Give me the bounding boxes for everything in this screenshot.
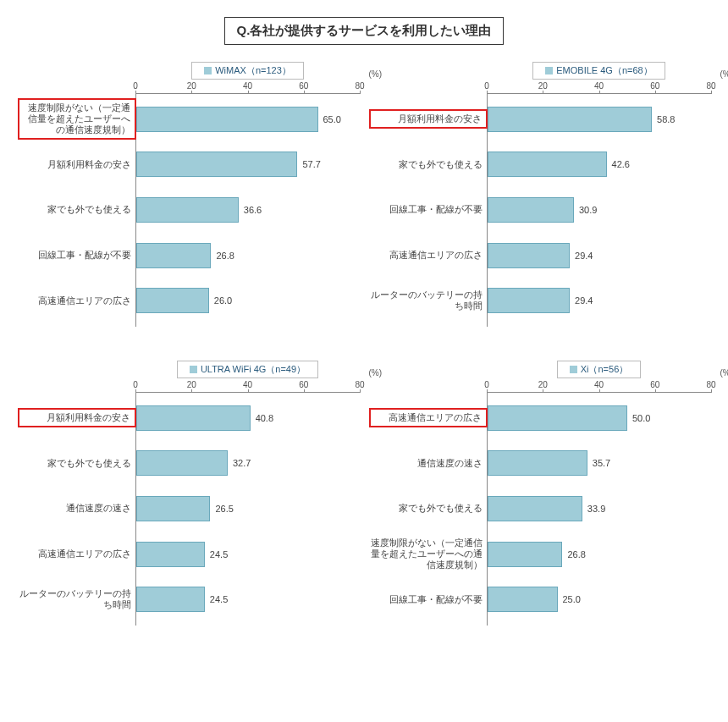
page-title: Q.各社が提供するサービスを利用したい理由 <box>224 17 505 45</box>
bars-container: 高速通信エリアの広さ50.0通信速度の速さ35.7家でも外でも使える33.9速度… <box>487 392 711 626</box>
x-tick-label: 20 <box>187 81 196 91</box>
bar-row: 家でも外でも使える42.6 <box>488 149 711 179</box>
x-tick-label: 80 <box>706 81 715 91</box>
bar <box>488 197 574 223</box>
legend-wrap: WiMAX（n=123） <box>135 62 360 80</box>
legend-swatch <box>545 67 553 74</box>
x-axis: 020406080 <box>487 380 711 393</box>
bar <box>488 288 570 313</box>
bar-value: 26.8 <box>216 251 234 261</box>
legend-swatch <box>204 67 212 74</box>
bar-label: ルーターのバッテリーの持ち時間 <box>369 289 488 311</box>
bar <box>488 496 582 521</box>
x-tick-label: 0 <box>133 380 138 389</box>
bar-row: 月額利用料金の安さ57.7 <box>136 149 360 179</box>
bar-row: ルーターのバッテリーの持ち時間29.4 <box>488 285 711 316</box>
bar-row: 高速通信エリアの広さ24.5 <box>136 539 360 570</box>
x-tick-label: 20 <box>538 380 548 389</box>
bars-container: 月額利用料金の安さ40.8家でも外でも使える32.7通信速度の速さ26.5高速通… <box>135 392 360 626</box>
x-tick-label: 40 <box>594 81 604 91</box>
x-tick-label: 60 <box>299 81 308 91</box>
bar-value: 58.8 <box>657 114 675 124</box>
bar-value: 29.4 <box>575 251 593 261</box>
bar-row: 高速通信エリアの広さ29.4 <box>488 240 711 271</box>
bar-row: 回線工事・配線が不要30.9 <box>488 195 711 225</box>
plot-area: (%)020406080月額利用料金の安さ58.8家でも外でも使える42.6回線… <box>487 81 711 327</box>
pct-label: (%) <box>720 368 728 378</box>
x-tick-label: 80 <box>355 380 364 389</box>
chart: ULTRA WiFi 4G（n=49）(%)020406080月額利用料金の安さ… <box>17 361 360 626</box>
legend-wrap: ULTRA WiFi 4G（n=49） <box>135 361 360 378</box>
bar-label: 高速通信エリアの広さ <box>18 295 136 306</box>
bar <box>136 542 205 567</box>
bar-row: 高速通信エリアの広さ26.0 <box>136 285 360 316</box>
x-tick-label: 60 <box>650 81 659 91</box>
bar <box>488 587 558 612</box>
bar <box>136 107 318 132</box>
plot-area: (%)020406080速度制限がない（一定通信量を超えたユーザーへの通信速度規… <box>135 81 360 327</box>
bar <box>136 152 297 177</box>
legend: EMOBILE 4G（n=68） <box>532 62 665 80</box>
bar-label-highlighted: 月額利用料金の安さ <box>18 408 136 427</box>
legend-wrap: EMOBILE 4G（n=68） <box>487 62 711 80</box>
x-tick-label: 20 <box>187 380 196 389</box>
page-title-wrap: Q.各社が提供するサービスを利用したい理由 <box>17 17 711 45</box>
bar-value: 32.7 <box>233 458 251 468</box>
bar-row: 回線工事・配線が不要26.8 <box>136 240 360 271</box>
bar-value: 40.8 <box>256 413 273 423</box>
bar <box>136 288 209 313</box>
legend: Xi（n=56） <box>557 361 642 378</box>
bar-label: 通信速度の速さ <box>369 458 488 469</box>
x-tick-label: 20 <box>538 81 548 91</box>
x-tick-mark <box>711 91 712 94</box>
bar-label: 回線工事・配線が不要 <box>369 594 488 605</box>
x-axis: 020406080 <box>135 380 360 393</box>
bar-row: 高速通信エリアの広さ50.0 <box>488 403 711 433</box>
bar-row: 通信速度の速さ26.5 <box>136 493 360 524</box>
bar <box>488 243 570 268</box>
chart: WiMAX（n=123）(%)020406080速度制限がない（一定通信量を超え… <box>17 62 360 327</box>
bar-value: 24.5 <box>210 594 228 604</box>
bar-row: 速度制限がない（一定通信量を超えたユーザーへの通信速度規制）65.0 <box>136 104 360 135</box>
chart-grid: WiMAX（n=123）(%)020406080速度制限がない（一定通信量を超え… <box>17 62 711 626</box>
x-tick-label: 80 <box>355 81 364 91</box>
bar <box>488 152 607 177</box>
bar <box>488 450 587 476</box>
bar-value: 36.6 <box>244 205 262 215</box>
bar-label: 通信速度の速さ <box>18 503 136 514</box>
pct-label: (%) <box>720 69 728 79</box>
bar-row: 回線工事・配線が不要25.0 <box>488 584 711 615</box>
x-tick-label: 60 <box>299 380 308 389</box>
bar-label: ルーターのバッテリーの持ち時間 <box>18 588 136 610</box>
bar-value: 26.5 <box>215 504 233 514</box>
plot-area: (%)020406080高速通信エリアの広さ50.0通信速度の速さ35.7家でも… <box>487 380 711 626</box>
chart: Xi（n=56）(%)020406080高速通信エリアの広さ50.0通信速度の速… <box>368 361 711 626</box>
x-tick-label: 0 <box>133 81 138 91</box>
bar-value: 25.0 <box>563 594 581 604</box>
x-tick-mark <box>711 389 712 393</box>
legend: WiMAX（n=123） <box>191 62 304 80</box>
bar-label: 高速通信エリアの広さ <box>18 548 136 559</box>
bar-row: 月額利用料金の安さ40.8 <box>136 403 360 433</box>
legend-swatch <box>190 366 197 373</box>
bar <box>136 496 210 521</box>
bar-label: 回線工事・配線が不要 <box>369 204 488 215</box>
bar-row: ルーターのバッテリーの持ち時間24.5 <box>136 584 360 615</box>
bar-row: 月額利用料金の安さ58.8 <box>488 104 711 135</box>
bar <box>488 405 627 431</box>
bar-value: 24.5 <box>210 549 228 559</box>
legend-label: ULTRA WiFi 4G（n=49） <box>201 363 306 376</box>
bar-value: 65.0 <box>323 114 341 124</box>
bar-value: 57.7 <box>302 159 320 169</box>
bar-label: 家でも外でも使える <box>369 159 488 170</box>
bar-value: 33.9 <box>587 504 605 514</box>
bar-label-highlighted: 高速通信エリアの広さ <box>369 408 488 427</box>
bar-value: 26.8 <box>567 549 585 559</box>
x-tick-label: 40 <box>243 81 252 91</box>
bars-container: 月額利用料金の安さ58.8家でも外でも使える42.6回線工事・配線が不要30.9… <box>487 93 711 327</box>
bar-label-highlighted: 月額利用料金の安さ <box>369 109 488 129</box>
bar-label: 回線工事・配線が不要 <box>18 250 136 261</box>
bar <box>136 243 211 268</box>
bar-row: 速度制限がない（一定通信量を超えたユーザーへの通信速度規制）26.8 <box>488 539 711 570</box>
bar-label: 高速通信エリアの広さ <box>369 250 488 261</box>
